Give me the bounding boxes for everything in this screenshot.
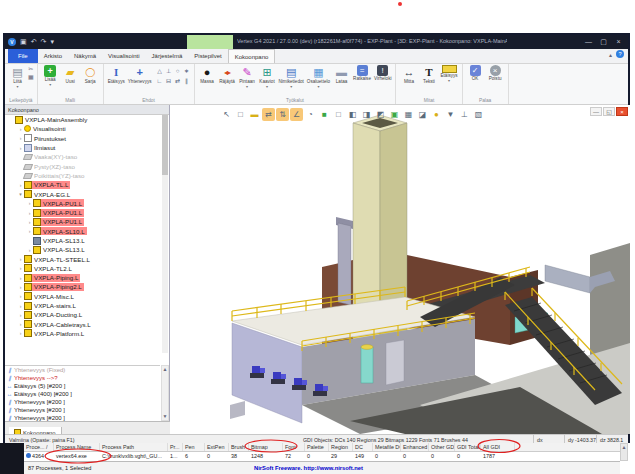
minimize-button[interactable]: — — [581, 35, 596, 48]
dropdown-arrow-icon[interactable]: ▾ — [317, 85, 319, 89]
expand-arrow-icon[interactable]: › — [26, 247, 33, 253]
column-header-region[interactable]: Region — [329, 443, 353, 451]
cut-icon[interactable]: ✂ — [28, 66, 34, 73]
scroll-up-icon[interactable]: ▲ — [162, 366, 168, 373]
ribbon-tab-järjestelmä[interactable]: Järjestelmä — [146, 49, 189, 63]
title-bar[interactable]: V▣↶↷▾ Vertex G4 2021 / 27.0.00 (dev) (r1… — [5, 35, 628, 49]
ribbon-tab-visualisointi[interactable]: Visualisointi — [102, 49, 146, 63]
maximize-button[interactable]: ▢ — [596, 35, 611, 48]
tree-item-vxpla-eg-l[interactable]: ▾VXPLA-EG.L — [5, 189, 162, 198]
button-etäisyys[interactable]: Etäisyys — [107, 65, 126, 85]
tree-item-vxpla-tl-l[interactable]: ›VXPLA-TL.L — [5, 180, 162, 189]
expand-arrow-icon[interactable]: › — [17, 126, 24, 132]
measure-tool-icon[interactable]: ▬ — [248, 108, 261, 121]
gdiview-scrollbar[interactable]: ▲ — [620, 443, 628, 461]
tree-item-vxpla-misc-l[interactable]: ›VXPLA-Misc.L — [5, 292, 162, 301]
constraint-item[interactable]: ∥Yhtenevyys -->? — [5, 374, 160, 382]
button-nimiketiedot[interactable]: Nimiketiedot▾ — [278, 65, 305, 89]
tree-item-poikittais-yz-taso[interactable]: Poikittais(YZ)-taso — [5, 171, 162, 180]
ribbon-tab-pistepilvet[interactable]: Pistepilvet — [188, 49, 227, 63]
flush-constraint-icon[interactable]: ⊟ — [165, 77, 173, 86]
expand-arrow-icon[interactable]: › — [26, 219, 33, 225]
ribbon-tab-arkisto[interactable]: Arkisto — [38, 49, 68, 63]
tree-scrollbar-thumb[interactable] — [162, 115, 168, 175]
expand-arrow-icon[interactable]: › — [17, 145, 24, 151]
expand-arrow-icon[interactable]: › — [17, 256, 24, 262]
corner-constraint-icon[interactable]: ∟ — [156, 77, 164, 86]
expand-arrow-icon[interactable]: › — [17, 182, 24, 188]
tree-item-vxpla-cabletrays-l[interactable]: ›VXPLA-Cabletrays.L — [5, 320, 162, 329]
expand-arrow-icon[interactable]: › — [26, 210, 33, 216]
constraint-scrollbar[interactable]: ▲ ▼ — [161, 365, 169, 421]
button-lisää[interactable]: Lisää▾ — [41, 65, 60, 87]
dropdown-arrow-icon[interactable]: ▾ — [49, 83, 51, 87]
button-liitä[interactable]: Liitä▾ — [8, 65, 27, 89]
nirsoft-link[interactable]: NirSoft Freeware. http://www.nirsoft.net — [254, 465, 363, 471]
tree-item-vxpla-platform-l[interactable]: ›VXPLA-Platform.L — [5, 329, 162, 338]
tree-item-vxpla-stairs-l[interactable]: ›VXPLA-stairs.L — [5, 301, 162, 310]
ribbon-tab-näkymä[interactable]: Näkymä — [68, 49, 102, 63]
perpendicular-constraint-icon[interactable]: ⊥ — [165, 67, 173, 76]
tree-item-vxpla-mainassembly[interactable]: VXPLA-MainAssembly — [5, 115, 162, 124]
light-icon[interactable]: ● — [430, 108, 443, 121]
expand-arrow-icon[interactable]: › — [17, 321, 24, 327]
button-massa[interactable]: Massa — [198, 65, 217, 85]
dropdown-arrow-icon[interactable]: ▾ — [448, 79, 450, 83]
shaded-view-icon[interactable]: ■ — [318, 108, 331, 121]
expand-arrow-icon[interactable]: ▾ — [17, 191, 24, 197]
button-kaaviot[interactable]: Kaaviot▾ — [258, 65, 277, 89]
column-header-pen[interactable]: Pen — [183, 443, 205, 451]
tree-scrollbar[interactable] — [162, 115, 168, 353]
tree-item-ilmiasut[interactable]: ›Ilmiasut — [5, 143, 162, 152]
tree-item-vxpla-pu1-l[interactable]: ›VXPLA-PU1.L — [5, 199, 162, 208]
dropdown-arrow-icon[interactable]: ▾ — [246, 85, 248, 89]
symmetry-constraint-icon[interactable]: ⇄ — [174, 77, 182, 86]
column-header-metafile-dc[interactable]: Metafile DC — [373, 443, 401, 451]
expand-arrow-icon[interactable]: › — [17, 303, 24, 309]
button-räjäytä[interactable]: Räjäytä — [218, 65, 237, 85]
tree-item-vxpla-piping2-l[interactable]: ›VXPLA-Piping2.L — [5, 282, 162, 291]
axes-icon[interactable]: ⊥ — [458, 108, 471, 121]
column-header-gdi-total[interactable]: GDI Total — [455, 443, 481, 451]
viewport-close-button[interactable]: × — [616, 107, 628, 116]
expand-arrow-icon[interactable]: › — [17, 275, 24, 281]
expand-arrow-icon[interactable]: › — [17, 330, 24, 336]
dropdown-arrow-icon[interactable]: ▾ — [16, 85, 18, 89]
collapse-ribbon-icon[interactable]: ▴ — [609, 51, 612, 58]
tree-item-vxpla-tl2-l[interactable]: ›VXPLA-TL2.L — [5, 264, 162, 273]
view-iso-icon[interactable]: ▣ — [388, 108, 401, 121]
parallel-constraint-icon[interactable]: ∥ — [183, 77, 191, 86]
button-osaluettelo[interactable]: Osaluettelo▾ — [306, 65, 331, 89]
tree-item-vxpla-sl10-l[interactable]: ›VXPLA-SL10.L — [5, 227, 162, 236]
column-header-all-gdi[interactable]: All GDI — [481, 443, 515, 451]
column-header-extpen[interactable]: ExtPen — [205, 443, 229, 451]
column-header-other-gdi[interactable]: Other GDI — [429, 443, 455, 451]
column-header-process-path[interactable]: Process Path — [100, 443, 168, 451]
column-header-enhanced[interactable]: Enhanced ... — [401, 443, 429, 451]
pin-icon[interactable]: ↖ — [220, 108, 233, 121]
help-icon[interactable]: ? — [616, 50, 624, 58]
column-header-palette[interactable]: Palette — [305, 443, 329, 451]
constraint-item[interactable]: ∥Yhtenevyys (Fixed) — [5, 366, 160, 374]
column-header-font[interactable]: Font — [283, 443, 305, 451]
expand-arrow-icon[interactable]: › — [26, 228, 33, 234]
button-uusi[interactable]: Uusi — [61, 65, 80, 85]
expand-arrow-icon[interactable]: › — [17, 284, 24, 290]
close-button[interactable]: × — [611, 35, 626, 48]
viewport-restore-button[interactable]: ◱ — [603, 107, 615, 116]
button-mitta[interactable]: Mitta — [399, 65, 418, 85]
angle-constraint-icon[interactable]: △ — [156, 67, 164, 76]
column-header-dc[interactable]: DC — [353, 443, 373, 451]
expand-arrow-icon[interactable]: › — [17, 293, 24, 299]
view-left-icon[interactable]: ◧ — [346, 108, 359, 121]
ribbon-tab-kokoonpano[interactable]: Kokoonpano — [228, 49, 276, 63]
tree-item-vxpla-pu1-l[interactable]: ›VXPLA-PU1.L — [5, 208, 162, 217]
button-yhtenevyys[interactable]: Yhtenevyys — [127, 65, 153, 85]
button-lataa[interactable]: Lataa — [332, 65, 351, 85]
redo-icon[interactable]: ↷ — [41, 37, 47, 47]
scroll-down-icon[interactable]: ▼ — [162, 413, 168, 420]
new-window-icon[interactable]: ▧ — [472, 108, 485, 121]
undo-icon[interactable]: ↶ — [31, 37, 37, 47]
tree-item-vxpla-piping-l[interactable]: ›VXPLA-Piping.L — [5, 273, 162, 282]
constraint-item[interactable]: ↔Etäisyys (5) [#200 ] — [5, 382, 160, 390]
